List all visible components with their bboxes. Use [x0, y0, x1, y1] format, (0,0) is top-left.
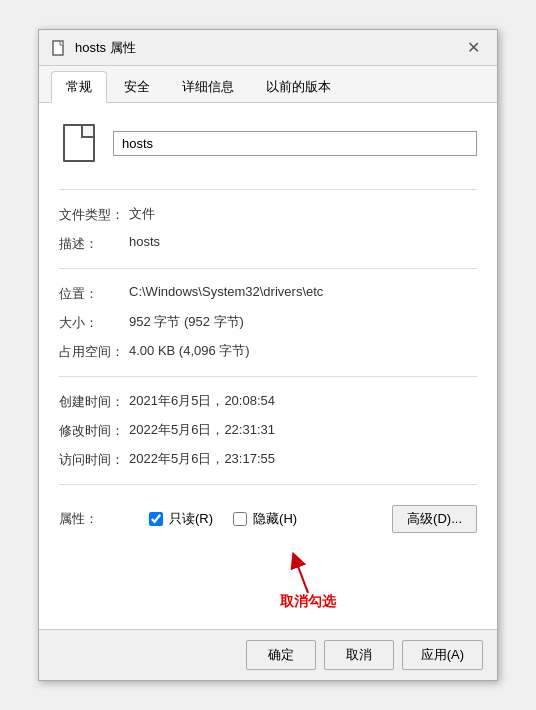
hidden-checkbox[interactable]	[233, 512, 247, 526]
info-row: 描述： hosts	[59, 229, 477, 258]
info-group-3: 创建时间： 2021年6月5日，20:08:54 修改时间： 2022年5月6日…	[59, 387, 477, 474]
file-name-input[interactable]	[113, 131, 477, 156]
annotation-text: 取消勾选	[280, 593, 336, 611]
info-row-modified: 修改时间： 2022年5月6日，22:31:31	[59, 416, 477, 445]
value-size: 952 字节 (952 字节)	[129, 313, 477, 331]
tab-details[interactable]: 详细信息	[167, 71, 249, 103]
main-window: hosts 属性 ✕ 常规 安全 详细信息 以前的版本 文件类型： 文件 描述：	[38, 29, 498, 681]
readonly-checkbox-group[interactable]: 只读(R)	[149, 510, 213, 528]
divider-1	[59, 189, 477, 190]
file-header	[59, 121, 477, 165]
file-icon-wrapper	[59, 121, 99, 165]
window-title: hosts 属性	[75, 39, 136, 57]
label-created: 创建时间：	[59, 392, 129, 411]
value-modified: 2022年5月6日，22:31:31	[129, 421, 477, 439]
info-row-accessed: 访问时间： 2022年5月6日，23:17:55	[59, 445, 477, 474]
tabs-bar: 常规 安全 详细信息 以前的版本	[39, 66, 497, 103]
divider-4	[59, 484, 477, 485]
attrs-row: 属性： 只读(R) 隐藏(H) 高级(D)...	[59, 495, 477, 543]
value-created: 2021年6月5日，20:08:54	[129, 392, 477, 410]
tab-content: 文件类型： 文件 描述： hosts 位置： C:\Windows\System…	[39, 103, 497, 629]
value-location: C:\Windows\System32\drivers\etc	[129, 284, 477, 299]
bottom-buttons: 确定 取消 应用(A)	[39, 629, 497, 680]
value-disksize: 4.00 KB (4,096 字节)	[129, 342, 477, 360]
title-bar: hosts 属性 ✕	[39, 30, 497, 66]
readonly-label: 只读(R)	[169, 510, 213, 528]
svg-line-1	[296, 560, 309, 593]
value-filetype: 文件	[129, 205, 477, 223]
info-row: 文件类型： 文件	[59, 200, 477, 229]
label-location: 位置：	[59, 284, 129, 303]
window-icon	[51, 40, 67, 56]
label-filetype: 文件类型：	[59, 205, 129, 224]
value-accessed: 2022年5月6日，23:17:55	[129, 450, 477, 468]
value-description: hosts	[129, 234, 477, 249]
label-disksize: 占用空间：	[59, 342, 129, 361]
tab-previous-versions[interactable]: 以前的版本	[251, 71, 346, 103]
info-row-disksize: 占用空间： 4.00 KB (4,096 字节)	[59, 337, 477, 366]
file-icon	[63, 124, 95, 162]
info-group-2: 位置： C:\Windows\System32\drivers\etc 大小： …	[59, 279, 477, 366]
divider-2	[59, 268, 477, 269]
title-bar-left: hosts 属性	[51, 39, 136, 57]
label-accessed: 访问时间：	[59, 450, 129, 469]
arrow-annotation: 取消勾选	[139, 547, 477, 611]
info-group-1: 文件类型： 文件 描述： hosts	[59, 200, 477, 258]
tab-general[interactable]: 常规	[51, 71, 107, 103]
readonly-checkbox[interactable]	[149, 512, 163, 526]
info-row-created: 创建时间： 2021年6月5日，20:08:54	[59, 387, 477, 416]
arrow-icon	[283, 547, 333, 597]
label-size: 大小：	[59, 313, 129, 332]
apply-button[interactable]: 应用(A)	[402, 640, 483, 670]
label-description: 描述：	[59, 234, 129, 253]
divider-3	[59, 376, 477, 377]
attrs-label: 属性：	[59, 510, 129, 528]
cancel-button[interactable]: 取消	[324, 640, 394, 670]
ok-button[interactable]: 确定	[246, 640, 316, 670]
label-modified: 修改时间：	[59, 421, 129, 440]
hidden-label: 隐藏(H)	[253, 510, 297, 528]
tab-security[interactable]: 安全	[109, 71, 165, 103]
hidden-checkbox-group[interactable]: 隐藏(H)	[233, 510, 297, 528]
info-row-location: 位置： C:\Windows\System32\drivers\etc	[59, 279, 477, 308]
advanced-button[interactable]: 高级(D)...	[392, 505, 477, 533]
info-row-size: 大小： 952 字节 (952 字节)	[59, 308, 477, 337]
close-button[interactable]: ✕	[461, 36, 485, 60]
